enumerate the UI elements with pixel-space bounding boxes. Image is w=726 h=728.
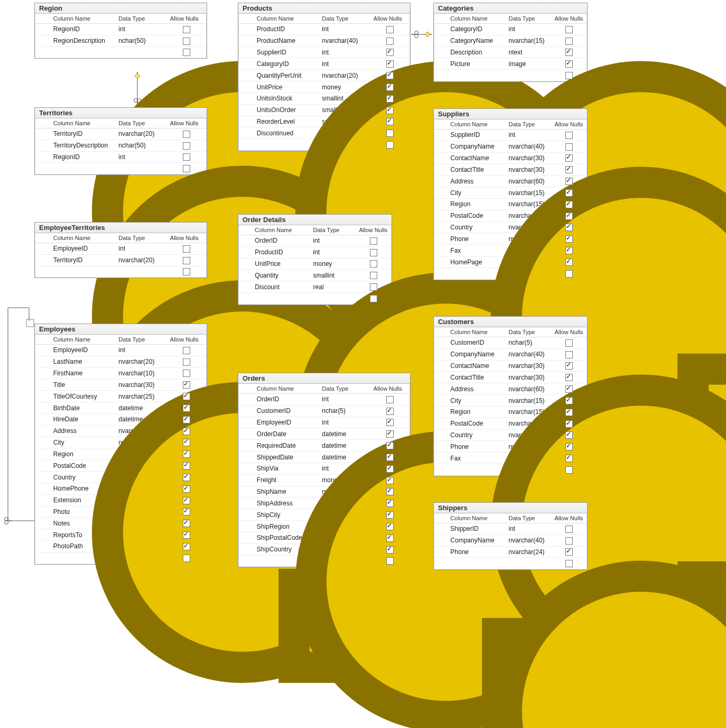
column-name-cell[interactable]: City bbox=[447, 187, 505, 199]
data-type-cell[interactable]: nchar(5) bbox=[319, 405, 370, 417]
allow-nulls-cell[interactable] bbox=[167, 402, 207, 414]
empty-row[interactable] bbox=[238, 555, 410, 567]
column-row[interactable]: SupplierIDint bbox=[238, 47, 410, 58]
data-type-cell[interactable]: nvarchar(24) bbox=[506, 453, 552, 464]
allow-nulls-cell[interactable] bbox=[552, 256, 587, 268]
data-type-cell[interactable]: nvarchar(40) bbox=[506, 348, 552, 360]
data-type-cell[interactable]: nchar(5) bbox=[506, 337, 552, 349]
data-type-cell[interactable]: datetime bbox=[319, 428, 370, 440]
allow-nulls-cell[interactable] bbox=[552, 141, 587, 152]
column-row[interactable]: ShipViaint bbox=[238, 463, 410, 474]
column-row[interactable]: EmployeeIDint bbox=[35, 243, 207, 255]
data-type-cell[interactable]: nchar(50) bbox=[115, 35, 167, 47]
allow-nulls-checkbox[interactable] bbox=[565, 526, 573, 533]
column-row[interactable]: TerritoryIDnvarchar(20) bbox=[35, 254, 207, 266]
allow-nulls-checkbox[interactable] bbox=[183, 404, 190, 412]
column-name-cell[interactable]: HomePhone bbox=[50, 483, 116, 494]
allow-nulls-checkbox[interactable] bbox=[565, 166, 573, 173]
allow-nulls-cell[interactable] bbox=[370, 81, 410, 93]
empty-row[interactable] bbox=[434, 268, 587, 279]
allow-nulls-cell[interactable] bbox=[167, 254, 207, 266]
allow-nulls-checkbox[interactable] bbox=[183, 165, 190, 172]
data-type-cell[interactable]: int bbox=[319, 463, 370, 474]
column-name-cell[interactable]: Fax bbox=[447, 245, 505, 256]
table-products[interactable]: ProductsColumn NameData TypeAllow NullsP… bbox=[238, 3, 411, 151]
column-name-cell[interactable]: RegionDescription bbox=[50, 35, 116, 47]
allow-nulls-checkbox[interactable] bbox=[565, 235, 573, 243]
allow-nulls-checkbox[interactable] bbox=[370, 237, 377, 245]
column-name-cell[interactable]: EmployeeID bbox=[254, 417, 319, 428]
allow-nulls-cell[interactable] bbox=[552, 198, 587, 210]
data-type-cell[interactable]: nvarchar(15) bbox=[506, 35, 552, 47]
allow-nulls-checkbox[interactable] bbox=[565, 38, 573, 45]
data-type-cell[interactable]: nvarchar(30) bbox=[506, 372, 552, 383]
column-row[interactable]: UnitsInStocksmallint bbox=[238, 93, 410, 104]
table-title[interactable]: Region bbox=[35, 3, 207, 14]
column-name-cell[interactable]: Address bbox=[50, 425, 116, 437]
allow-nulls-cell[interactable] bbox=[167, 151, 207, 163]
allow-nulls-checkbox[interactable] bbox=[386, 546, 394, 554]
column-row[interactable]: HomePhonenvarchar(24) bbox=[35, 483, 207, 494]
allow-nulls-cell[interactable] bbox=[167, 529, 207, 541]
table-title[interactable]: Customers bbox=[434, 317, 587, 327]
column-row[interactable]: ContactTitlenvarchar(30) bbox=[434, 372, 587, 383]
allow-nulls-checkbox[interactable] bbox=[565, 385, 573, 393]
allow-nulls-checkbox[interactable] bbox=[386, 60, 394, 68]
allow-nulls-cell[interactable] bbox=[552, 395, 587, 407]
empty-row[interactable] bbox=[434, 558, 587, 569]
column-name-cell[interactable]: CompanyName bbox=[447, 348, 505, 360]
allow-nulls-cell[interactable] bbox=[167, 367, 207, 379]
column-row[interactable]: Notesntext bbox=[35, 518, 207, 529]
column-row[interactable]: ShippedDatedatetime bbox=[238, 451, 410, 463]
column-row[interactable]: ReorderLevelsmallint bbox=[238, 116, 410, 127]
allow-nulls-cell[interactable] bbox=[167, 243, 207, 255]
allow-nulls-checkbox[interactable] bbox=[183, 450, 190, 458]
column-row[interactable]: Regionnvarchar(15) bbox=[434, 198, 587, 210]
column-row[interactable]: Phonenvarchar(24) bbox=[434, 441, 587, 453]
allow-nulls-cell[interactable] bbox=[370, 532, 410, 543]
allow-nulls-checkbox[interactable] bbox=[386, 107, 394, 114]
column-row[interactable]: ContactNamenvarchar(30) bbox=[434, 360, 587, 372]
column-row[interactable]: Countrynvarchar(15) bbox=[35, 472, 207, 483]
column-name-cell[interactable]: ShipAddress bbox=[254, 497, 319, 509]
empty-row[interactable] bbox=[238, 293, 392, 305]
allow-nulls-cell[interactable] bbox=[370, 440, 410, 451]
column-name-cell[interactable]: ShipVia bbox=[254, 463, 319, 474]
data-type-cell[interactable]: nvarchar(24) bbox=[506, 546, 552, 558]
column-name-cell[interactable]: TerritoryDescription bbox=[50, 140, 116, 151]
allow-nulls-checkbox[interactable] bbox=[183, 416, 190, 423]
allow-nulls-checkbox[interactable] bbox=[386, 535, 394, 542]
column-row[interactable]: ShipRegionnvarchar(15) bbox=[238, 521, 410, 532]
allow-nulls-checkbox[interactable] bbox=[386, 141, 394, 149]
column-name-cell[interactable]: PhotoPath bbox=[50, 541, 116, 552]
column-row[interactable]: Addressnvarchar(60) bbox=[35, 425, 207, 437]
table-title[interactable]: Territories bbox=[35, 108, 207, 118]
allow-nulls-cell[interactable] bbox=[552, 453, 587, 464]
allow-nulls-cell[interactable] bbox=[370, 428, 410, 440]
allow-nulls-checkbox[interactable] bbox=[565, 339, 573, 347]
allow-nulls-cell[interactable] bbox=[370, 451, 410, 463]
allow-nulls-checkbox[interactable] bbox=[386, 26, 394, 33]
allow-nulls-cell[interactable] bbox=[167, 425, 207, 437]
column-name-cell[interactable]: Phone bbox=[447, 546, 505, 558]
allow-nulls-cell[interactable] bbox=[552, 130, 587, 141]
allow-nulls-cell[interactable] bbox=[356, 235, 392, 247]
column-name-cell[interactable]: ShipperID bbox=[447, 523, 505, 535]
allow-nulls-checkbox[interactable] bbox=[183, 381, 190, 389]
allow-nulls-cell[interactable] bbox=[552, 164, 587, 176]
column-name-cell[interactable]: EmployeeID bbox=[50, 243, 116, 255]
column-row[interactable]: PostalCodenvarchar(10) bbox=[35, 460, 207, 472]
empty-row[interactable] bbox=[35, 47, 207, 58]
allow-nulls-cell[interactable] bbox=[370, 58, 410, 70]
column-row[interactable]: ShipCitynvarchar(15) bbox=[238, 509, 410, 521]
column-name-cell[interactable]: ContactTitle bbox=[447, 372, 505, 383]
data-type-cell[interactable]: nvarchar(15) bbox=[319, 521, 370, 532]
table-title[interactable]: Products bbox=[238, 3, 410, 14]
empty-row[interactable] bbox=[35, 163, 207, 174]
column-row[interactable]: ShipPostalCodenvarchar(10) bbox=[238, 532, 410, 543]
allow-nulls-cell[interactable] bbox=[370, 463, 410, 474]
data-type-cell[interactable]: nvarchar(4) bbox=[115, 494, 167, 506]
data-type-cell[interactable]: nchar(50) bbox=[115, 140, 167, 151]
allow-nulls-cell[interactable] bbox=[552, 152, 587, 164]
data-type-cell[interactable]: smallint bbox=[319, 116, 370, 127]
